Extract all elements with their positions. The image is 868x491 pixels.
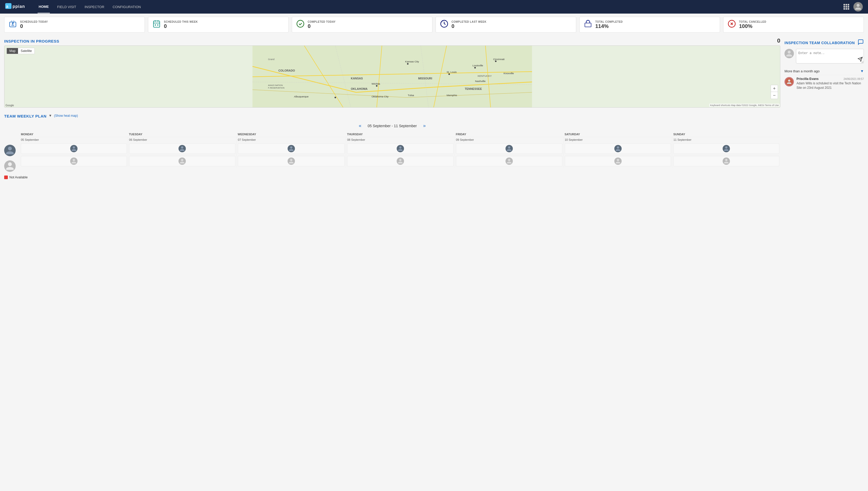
p1-tuesday-cell[interactable] [129,143,236,154]
p1-thursday-cell[interactable] [347,143,454,154]
note-input-wrap [796,49,864,64]
date-sunday: 11 September [672,137,780,143]
calendar-table: MONDAY TUESDAY WEDNESDAY THURSDAY FRIDAY… [20,131,780,167]
svg-text:Kansas City: Kansas City [405,60,419,63]
note-textarea[interactable] [796,49,864,63]
week-navigation: « 05 September - 11 September » [4,122,780,129]
svg-point-29 [474,67,476,68]
p2-tuesday-cell[interactable] [129,156,236,166]
chat-icon[interactable] [858,39,864,47]
svg-text:ppian: ppian [12,4,25,9]
p1-saturday-cell[interactable] [565,143,671,154]
date-tuesday: 06 September [128,137,237,143]
svg-point-30 [376,85,378,87]
col-thursday: THURSDAY [346,131,455,137]
p2-wednesday-cell[interactable] [238,156,345,166]
left-panel: INSPECTION IN PROGRESS 0 [4,36,780,179]
stat-info-completed-today: COMPLETED TODAY 0 [308,20,336,29]
nav-inspector[interactable]: INSPECTOR [84,1,105,13]
comments-list: Priscilla Evans 24/06/2021 09:57 Adam Wi… [784,77,864,90]
stat-card-completed-last-week[interactable]: COMPLETED LAST WEEK 0 [436,17,576,33]
prev-week-button[interactable]: « [357,122,364,129]
svg-text:Louisville: Louisville [472,64,483,67]
person2-avatar [4,161,16,172]
stat-info-scheduled-today: SCHEDULED TODAY 0 [20,20,48,29]
stat-card-scheduled-today[interactable]: SCHEDULED TODAY 0 [4,17,145,33]
zoom-out-button[interactable]: − [771,92,778,99]
completed-last-week-icon [440,20,448,30]
date-saturday: 10 September [563,137,672,143]
p1-wednesday-cell[interactable] [238,143,345,154]
comment-header: Priscilla Evans 24/06/2021 09:57 [797,77,864,81]
p2-thursday-cell[interactable] [347,156,454,166]
map-container[interactable]: Kansas City St. Louis Cincinnati Louisvi… [4,46,780,108]
navbar-right [843,2,863,11]
svg-text:KANSAS: KANSAS [351,77,363,80]
map-footer: Keyboard shortcuts Map data ©2022 Google… [709,104,779,107]
map-type-buttons: Map Satellite [6,48,35,54]
col-sunday: SUNDAY [672,131,780,137]
team-weekly-title: TEAM WEEKLY PLAN [4,114,46,118]
svg-text:Cincinnati: Cincinnati [493,58,505,61]
svg-text:Oklahoma City: Oklahoma City [372,95,389,98]
p2-saturday-cell[interactable] [565,156,671,166]
not-available-label: Not Available [9,175,28,179]
grid-menu-icon[interactable] [843,4,849,10]
stat-card-scheduled-week[interactable]: SCHEDULED THIS WEEK 0 [148,17,289,33]
person1-row [20,142,780,155]
user-avatar[interactable] [854,2,863,11]
svg-text:MISSOURI: MISSOURI [418,77,432,80]
stat-cards-row: SCHEDULED TODAY 0 SCHEDULED THIS WEEK 0 … [0,13,868,36]
scheduled-week-icon [152,20,161,30]
inspection-count: 0 [777,37,780,44]
p2-sunday-cell[interactable] [673,156,779,166]
stat-info-total-completed: TOTAL COMPLETED 114% [595,20,623,29]
comment-item: Priscilla Evans 24/06/2021 09:57 Adam Wi… [784,77,864,90]
satellite-view-button[interactable]: Satellite [18,48,34,54]
main-content: INSPECTION IN PROGRESS 0 [0,36,868,183]
svg-text:Wichita: Wichita [372,82,380,85]
nav-home[interactable]: HOME [38,1,50,13]
svg-rect-9 [585,23,591,27]
stat-info-total-cancelled: TOTAL CANCELLED 100% [739,20,766,29]
nav-configuration[interactable]: CONFIGURATION [112,1,142,13]
stat-card-completed-today[interactable]: COMPLETED TODAY 0 [292,17,432,33]
filter-icon[interactable]: ▼ [49,114,52,118]
map-zoom-controls: + − [771,85,778,99]
p1-friday-cell[interactable] [456,143,562,154]
map-view-button[interactable]: Map [7,48,18,54]
svg-text:a: a [6,4,9,9]
person1-avatar [4,145,16,156]
p2-friday-cell[interactable] [456,156,562,166]
date-friday: 09 September [455,137,563,143]
inspection-title: INSPECTION IN PROGRESS [4,39,59,44]
comment-text: Adam Wills is schduled to visit the Tech… [797,81,864,90]
svg-rect-5 [155,25,156,26]
person2-row [20,155,780,167]
nav-field-visit[interactable]: FIELD VISIT [56,1,77,13]
stat-card-total-completed[interactable]: TOTAL COMPLETED 114% [579,17,720,33]
p1-sunday-cell[interactable] [673,143,779,154]
comment-body: Priscilla Evans 24/06/2021 09:57 Adam Wi… [797,77,864,90]
calendar-days: MONDAY TUESDAY WEDNESDAY THURSDAY FRIDAY… [20,131,780,173]
zoom-in-button[interactable]: + [771,85,778,92]
app-logo: a ppian [5,2,29,11]
commenter-name: Priscilla Evans [797,77,819,81]
stat-card-total-cancelled[interactable]: TOTAL CANCELLED 100% [723,17,864,33]
calendar-row-labels [4,131,20,173]
comment-filter-row[interactable]: More than a month ago ▼ [784,67,864,75]
not-available-color-swatch [4,175,8,179]
p2-monday-cell[interactable] [21,156,127,166]
send-note-button[interactable] [858,57,863,63]
svg-point-26 [407,63,409,64]
collab-title: INSPECTION TEAM COLLABORATION [784,41,855,45]
p1-monday-cell[interactable] [21,143,127,154]
next-week-button[interactable]: » [421,122,428,129]
svg-point-28 [495,61,497,62]
inspection-header: INSPECTION IN PROGRESS 0 [4,36,780,46]
collab-header: INSPECTION TEAM COLLABORATION [784,39,864,47]
map-svg: Kansas City St. Louis Cincinnati Louisvi… [4,46,780,107]
show-heat-map-link[interactable]: (Show heat map) [54,114,78,118]
filter-chevron-icon[interactable]: ▼ [860,69,864,73]
comment-timestamp: 24/06/2021 09:57 [843,78,864,81]
